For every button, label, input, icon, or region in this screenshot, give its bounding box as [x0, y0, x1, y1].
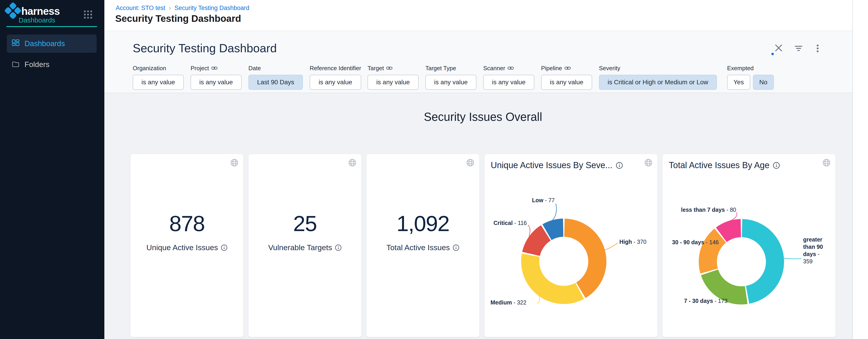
tile-issues-by-age: Total Active Issues By Age greater than …: [662, 154, 836, 337]
dashboard-title: Security Testing Dashboard: [133, 41, 277, 55]
cursor-dot: [771, 53, 774, 55]
sidebar: harness Dashboards Dashboards Folders: [0, 0, 104, 339]
filter-project-value[interactable]: is any value: [191, 75, 242, 90]
sidebar-item-label: Dashboards: [25, 39, 65, 48]
globe-icon: [348, 159, 356, 168]
filter-reference-identifier-value[interactable]: is any value: [310, 75, 361, 90]
info-icon[interactable]: [221, 244, 227, 251]
slice-label-critical: Critical - 116: [493, 220, 527, 226]
info-icon[interactable]: [453, 244, 459, 251]
chart-title: Unique Active Issues By Seve...: [491, 161, 613, 170]
slice-label-high: High - 370: [619, 238, 646, 245]
filter-label: Target Type: [425, 65, 476, 72]
filter-pipeline: Pipeline is any value: [541, 65, 592, 90]
section-title: Security Issues Overall: [130, 110, 836, 123]
breadcrumb: Account: STO test › Security Testing Das…: [116, 4, 249, 11]
filter-organization-value[interactable]: is any value: [133, 75, 184, 90]
filter-exempted-no[interactable]: No: [753, 75, 774, 90]
link-icon: [211, 66, 218, 70]
sidebar-item-label: Folders: [25, 60, 50, 69]
link-icon: [386, 66, 393, 70]
globe-icon: [644, 159, 652, 168]
info-icon[interactable]: [616, 162, 623, 169]
link-icon: [507, 66, 514, 70]
module-switcher-icon[interactable]: [84, 10, 92, 18]
slice-label-7-30: 7 - 30 days - 173: [684, 298, 727, 304]
dashboards-icon: [12, 39, 20, 48]
breadcrumb-account-link[interactable]: Account: STO test: [116, 4, 165, 11]
globe-icon: [230, 159, 239, 168]
filter-label: Pipeline: [541, 65, 562, 72]
filter-date-value[interactable]: Last 90 Days: [248, 75, 303, 90]
stat-value: 1,092: [366, 211, 479, 236]
filter-target-type-value[interactable]: is any value: [425, 75, 476, 90]
filter-scanner-value[interactable]: is any value: [483, 75, 534, 90]
filter-label: Project: [191, 65, 209, 72]
filter-organization: Organization is any value: [133, 65, 184, 90]
filter-label: Organization: [133, 65, 184, 72]
filter-icon[interactable]: [794, 44, 804, 54]
filter-target-value[interactable]: is any value: [368, 75, 418, 90]
breadcrumb-page-link[interactable]: Security Testing Dashboard: [175, 4, 249, 11]
tile-unique-active-issues: 878 Unique Active Issues: [130, 154, 243, 337]
breadcrumb-separator: ›: [169, 4, 171, 11]
page-title: Security Testing Dashboard: [115, 13, 241, 24]
sidebar-item-dashboards[interactable]: Dashboards: [7, 34, 97, 53]
globe-icon: [466, 159, 474, 168]
harness-logo[interactable]: harness: [6, 4, 60, 18]
globe-icon: [823, 159, 831, 168]
filter-exempted: Exempted Yes No: [727, 65, 774, 90]
slice-label-gt90: greater than 90 days - 359: [803, 236, 824, 265]
tile-total-active-issues: 1,092 Total Active Issues: [366, 154, 479, 337]
slice-label-lt7: less than 7 days - 80: [681, 206, 736, 213]
filter-label: Severity: [599, 65, 717, 72]
filter-label: Date: [248, 65, 303, 72]
filter-target-type: Target Type is any value: [425, 65, 476, 90]
sidebar-divider: [6, 26, 97, 27]
filter-label: Exempted: [727, 65, 774, 72]
filter-target: Target is any value: [368, 65, 418, 90]
product-name: Dashboards: [19, 16, 55, 24]
filter-project: Project is any value: [191, 65, 242, 90]
close-icon[interactable]: [774, 43, 784, 54]
tile-vulnerable-targets: 25 Vulnerable Targets: [248, 154, 362, 337]
tile-issues-by-severity: Unique Active Issues By Seve... High - 3…: [484, 154, 657, 337]
stat-value: 25: [248, 211, 362, 236]
filter-severity: Severity is Critical or High or Medium o…: [599, 65, 717, 90]
kebab-menu-icon[interactable]: [813, 44, 824, 54]
info-icon[interactable]: [335, 244, 342, 251]
filter-severity-value[interactable]: is Critical or High or Medium or Low: [599, 75, 717, 90]
stat-label: Total Active Issues: [386, 243, 450, 252]
link-icon: [564, 66, 571, 70]
slice-label-30-90: 30 - 90 days - 146: [672, 239, 719, 246]
age-donut-chart[interactable]: [694, 214, 789, 309]
stat-value: 878: [130, 211, 243, 236]
brand-name: harness: [21, 5, 60, 17]
sidebar-item-folders[interactable]: Folders: [7, 55, 97, 74]
slice-label-medium: Medium - 322: [491, 299, 526, 306]
folder-icon: [12, 60, 20, 69]
filter-scanner: Scanner is any value: [483, 65, 534, 90]
filter-reference-identifier: Reference Identifier is any value: [310, 65, 361, 90]
info-icon[interactable]: [773, 162, 780, 169]
severity-donut-chart[interactable]: [516, 214, 612, 309]
filter-exempted-yes[interactable]: Yes: [727, 75, 750, 90]
filter-date: Date Last 90 Days: [248, 65, 303, 90]
slice-label-low: Low - 77: [532, 197, 555, 204]
filter-label: Target: [368, 65, 384, 72]
filter-pipeline-value[interactable]: is any value: [541, 75, 592, 90]
dashboard-canvas: Security Issues Overall 878 Unique Activ…: [104, 93, 852, 339]
filter-label: Reference Identifier: [310, 65, 361, 72]
top-header: Account: STO test › Security Testing Das…: [104, 0, 852, 31]
dashboard-header: Security Testing Dashboard Organization …: [104, 31, 852, 93]
scrollbar-track[interactable]: [852, 0, 868, 339]
stat-label: Unique Active Issues: [146, 243, 218, 252]
chart-title: Total Active Issues By Age: [669, 161, 770, 170]
filter-label: Scanner: [483, 65, 505, 72]
stat-label: Vulnerable Targets: [268, 243, 332, 252]
